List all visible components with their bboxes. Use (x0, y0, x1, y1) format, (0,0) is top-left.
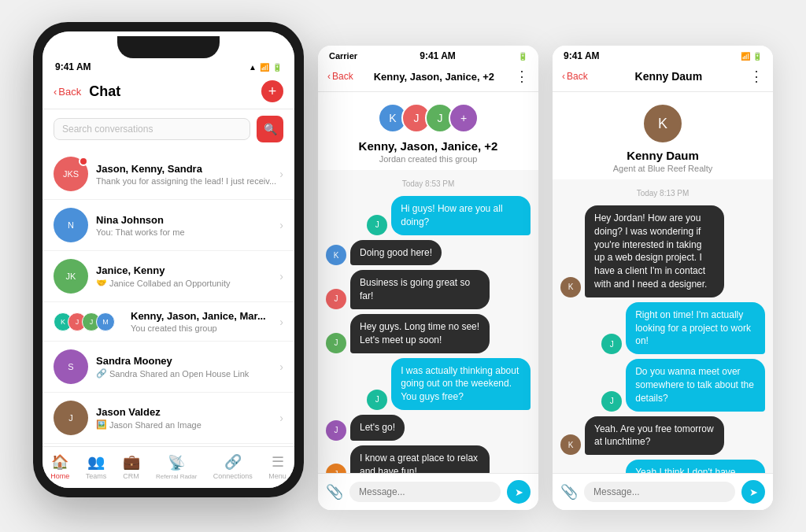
chat-name-1: Jason, Kenny, Sandra (96, 163, 279, 175)
chat-info-6: Jason Valdez 🖼️ Jason Shared an Image (96, 406, 279, 430)
bubble-3-3: Do you wanna meet over somewhere to talk… (626, 359, 765, 411)
more-options-button-2[interactable]: ⋮ (515, 68, 529, 85)
group-name: Kenny, Jason, Janice, +2 (359, 139, 498, 153)
msg-avatar-4: J (326, 333, 346, 353)
avatar-6: J (54, 401, 88, 435)
more-options-button-3[interactable]: ⋮ (749, 68, 763, 85)
chat-info-2: Nina Johnson You: That works for me (96, 214, 279, 237)
send-icon-2: ➤ (515, 486, 523, 498)
multi-av-4: M (96, 312, 115, 331)
carrier-label: Carrier (329, 51, 357, 61)
bottom-nav-1: 🏠 Home 👥 Teams 💼 CRM 📡 Referral Radar (43, 446, 294, 488)
nav-home[interactable]: 🏠 Home (50, 453, 69, 480)
status-time-3: 9:41 AM (564, 50, 600, 61)
add-chat-button[interactable]: + (261, 80, 283, 102)
chat-item-1[interactable]: JKS Jason, Kenny, Sandra Thank you for a… (43, 149, 294, 200)
attach-icon-2[interactable]: 📎 (326, 483, 343, 501)
search-input[interactable]: Search conversations (54, 118, 250, 140)
chat-item-3[interactable]: JK Janice, Kenny 🤝 Janice Collabed an Op… (43, 251, 294, 302)
back-label-2: Back (332, 71, 353, 82)
bubble-1: Hi guys! How are you all doing? (391, 196, 531, 235)
chat-item-5[interactable]: S Sandra Mooney 🔗 Sandra Shared an Open … (43, 342, 294, 393)
bubble-3: Business is going great so far! (350, 270, 490, 309)
bubble-6: Let's go! (350, 415, 405, 441)
battery-icon-2: 🔋 (518, 52, 527, 61)
chevron-icon-6: › (279, 412, 283, 424)
messages-area-2[interactable]: Today 8:53 PM Hi guys! How are you all d… (318, 170, 538, 473)
msg-row-3-5: Yeah I think I don't have anything tomor… (560, 460, 765, 473)
nav-crm-label: CRM (123, 472, 139, 480)
nav-teams[interactable]: 👥 Teams (86, 453, 107, 480)
msg-avatar-2: K (326, 245, 346, 265)
profile-name: Kenny Daum (627, 149, 699, 162)
dm-chat-title: Kenny Daum (588, 70, 749, 83)
chat-header-2: ‹ Back Kenny, Jason, Janice, +2 ⋮ (318, 63, 538, 92)
bubble-4: Hey guys. Long time no see! Let's meet u… (350, 314, 490, 353)
date-divider-3: Today 8:13 PM (560, 189, 765, 198)
message-input-3[interactable] (584, 482, 735, 502)
chat-info-5: Sandra Mooney 🔗 Sandra Shared an Open Ho… (96, 355, 279, 379)
battery-icon: 🔋 (272, 63, 282, 72)
msg-avatar-3-3: J (601, 391, 622, 412)
profile-subtitle: Agent at Blue Reef Realty (613, 164, 713, 173)
phone-notch (117, 36, 220, 58)
status-time-2: 9:41 AM (420, 50, 456, 61)
msg-avatar-3: J (326, 289, 346, 309)
send-icon-3: ➤ (749, 486, 758, 498)
nav-teams-label: Teams (86, 472, 107, 480)
msg-avatar-6: J (326, 420, 346, 441)
attach-icon-3[interactable]: 📎 (560, 483, 578, 501)
back-label-1: Back (58, 86, 81, 98)
status-icons-3: 📶 🔋 (741, 52, 762, 61)
status-bar-2: Carrier 9:41 AM 🔋 (318, 46, 538, 63)
msg-row-1: Hi guys! How are you all doing? J (326, 196, 531, 235)
chat-item-4[interactable]: K J J M Kenny, Jason, Janice, Mar... You… (43, 302, 294, 342)
search-icon: 🔍 (264, 123, 277, 135)
app-header-1: ‹ Back Chat + (43, 74, 294, 109)
back-button-1[interactable]: ‹ Back (54, 86, 81, 98)
msg-row-3-4: K Yeah. Are you free tomorrow at lunchti… (560, 416, 765, 456)
status-bar-3: 9:41 AM 📶 🔋 (553, 46, 773, 63)
chat-info-3: Janice, Kenny 🤝 Janice Collabed an Oppor… (96, 264, 279, 288)
message-input-2[interactable] (349, 482, 501, 502)
back-label-3: Back (567, 71, 588, 82)
radar-icon: 📡 (168, 454, 185, 471)
msg-row-4: J Hey guys. Long time no see! Let's meet… (326, 314, 531, 353)
chat-preview-2: You: That works for me (96, 227, 279, 237)
chat-name-2: Nina Johnson (96, 214, 279, 226)
chat-item-6[interactable]: J Jason Valdez 🖼️ Jason Shared an Image … (43, 393, 294, 444)
nav-menu[interactable]: ☰ Menu (268, 453, 287, 480)
msg-avatar-5: J (367, 390, 387, 410)
back-button-3[interactable]: ‹ Back (562, 71, 588, 82)
chevron-icon-5: › (279, 360, 283, 373)
screenshot-container: 9:41 AM ▲ 📶 🔋 ‹ Back Chat + (16, 22, 790, 510)
chat-info-1: Jason, Kenny, Sandra Thank you for assig… (96, 163, 279, 186)
msg-row-7: J I know a great place to relax and have… (326, 445, 531, 473)
bubble-3-4: Yeah. Are you free tomorrow at lunchtime… (585, 416, 724, 456)
msg-avatar-7: J (326, 464, 346, 473)
avatar-2: N (54, 208, 88, 242)
search-button[interactable]: 🔍 (257, 116, 283, 142)
msg-avatar-1: J (367, 215, 387, 235)
send-button-2[interactable]: ➤ (507, 480, 531, 504)
send-button-3[interactable]: ➤ (741, 480, 765, 504)
messages-area-3[interactable]: Today 8:13 PM K Hey Jordan! How are you … (553, 179, 773, 473)
nav-radar-label: Referral Radar (156, 473, 197, 480)
group-header: K J J + Kenny, Jason, Janice, +2 Jordan … (318, 92, 538, 170)
back-button-2[interactable]: ‹ Back (327, 71, 353, 82)
group-av-4: + (449, 103, 479, 133)
nav-connections[interactable]: 🔗 Connections (213, 453, 253, 480)
nav-crm[interactable]: 💼 CRM (123, 453, 140, 480)
avatar-wrap-4: K J J M (54, 312, 115, 331)
nav-radar[interactable]: 📡 Referral Radar (156, 454, 197, 480)
msg-row-6: J Let's go! (326, 415, 531, 441)
chat-preview-4: You created this group (131, 323, 279, 333)
chat-item-2[interactable]: N Nina Johnson You: That works for me › (43, 200, 294, 251)
search-bar: Search conversations 🔍 (43, 109, 294, 149)
nav-connections-label: Connections (213, 472, 253, 480)
phone-1-frame: 9:41 AM ▲ 📶 🔋 ‹ Back Chat + (33, 22, 304, 497)
msg-row-2: K Doing good here! (326, 240, 531, 266)
avatar-3: JK (54, 259, 88, 294)
wifi-icon-3: 📶 (741, 52, 750, 61)
multi-avatar-4: K J J M (54, 312, 115, 331)
